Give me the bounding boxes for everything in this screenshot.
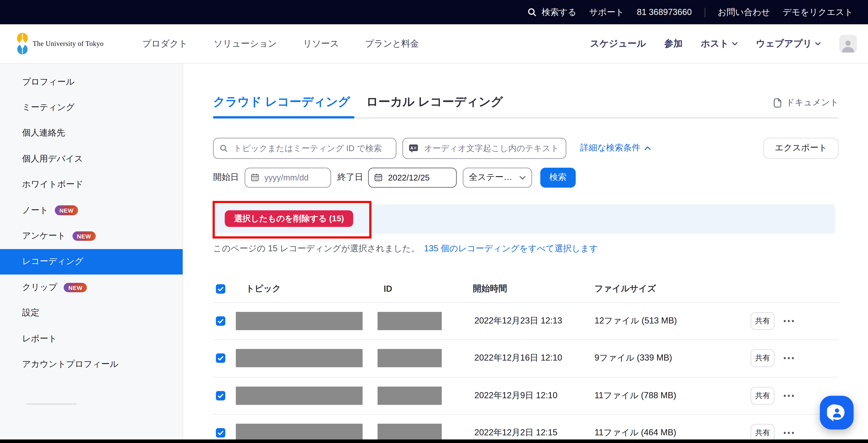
export-button[interactable]: エクスポート [764,137,839,159]
row-checkbox[interactable] [216,353,225,363]
topic-search-input[interactable] [232,143,391,153]
filter-toolbar: 開始日 終了日 [213,167,839,187]
select-all-link[interactable]: 135 個のレコーディングをすべて選択します [424,243,598,254]
sidebar-item-contacts[interactable]: 個人連絡先 [0,121,183,146]
main-navbar: The University of Tokyo プロダクト ソリューション リソ… [0,24,868,64]
share-button[interactable]: 共有 [751,349,774,367]
search-label: 検索する [542,6,577,18]
search-icon [527,7,537,17]
support-link[interactable]: サポート [589,6,624,18]
sidebar-divider [27,404,76,405]
contact-link[interactable]: お問い合わせ [718,6,770,18]
topic-search-field[interactable] [213,137,396,159]
sidebar-item-reports[interactable]: レポート [0,326,183,352]
sidebar-item-meetings[interactable]: ミーティング [0,95,183,121]
start-date-input[interactable] [263,172,324,183]
header-file-size: ファイルサイズ [595,283,656,294]
advanced-search-link[interactable]: 詳細な検索条件 [580,142,651,154]
calendar-icon [251,173,259,182]
header-start-time: 開始時間 [473,283,507,294]
profile-avatar[interactable] [839,35,857,53]
file-size: 11ファイル (464 MB) [595,427,676,439]
audio-transcript-icon [408,144,418,153]
select-all-checkbox[interactable] [216,284,225,293]
sidebar-item-account-profile[interactable]: アカウントプロフィール [0,352,183,377]
start-date-field[interactable] [244,167,331,187]
calendar-icon [374,173,382,182]
nav-resources[interactable]: リソース [303,38,339,50]
table-row: 2022年12月9日 12:10 11ファイル (788 MB) 共有 ⋯ [213,377,839,414]
end-date-field[interactable] [368,167,457,187]
delete-selected-button[interactable]: 選択したものを削除する (15) [225,210,353,227]
table-row: 2022年12月16日 12:10 9ファイル (339 MB) 共有 ⋯ [213,340,839,377]
nav-plans[interactable]: プランと料金 [365,38,419,50]
nav-solutions[interactable]: ソリューション [214,38,277,50]
redacted-topic [236,386,363,405]
table-row: 2022年12月2日 12:15 11ファイル (464 MB) 共有 ⋯ [213,415,839,443]
global-search[interactable]: 検索する [527,6,577,18]
nav-schedule[interactable]: スケジュール [590,38,646,50]
share-button[interactable]: 共有 [751,312,774,330]
selection-text: このページの 15 レコーディングが選択されました。 [213,243,420,254]
nav-host[interactable]: ホスト [701,38,738,50]
table-row: 2022年12月23日 12:13 12ファイル (513 MB) 共有 ⋯ [213,303,839,340]
chevron-down-icon [815,41,821,46]
row-checkbox[interactable] [216,316,225,326]
status-dropdown[interactable]: 全ステータス [463,167,532,187]
more-options-icon[interactable]: ⋯ [783,393,795,399]
tab-cloud-recordings[interactable]: クラウド レコーディング [213,94,350,117]
documentation-link[interactable]: ドキュメント [773,97,839,117]
sidebar-item-clips[interactable]: クリップ NEW [0,275,183,300]
sidebar: プロフィール ミーティング 個人連絡先 個人用デバイス ホワイトボード ノート … [0,64,183,443]
file-size: 11ファイル (788 MB) [595,390,676,401]
nav-host-label: ホスト [701,38,729,50]
recordings-page: クラウド レコーディング ローカル レコーディング ドキュメント [183,64,868,443]
content-shell: プロフィール ミーティング 個人連絡先 個人用デバイス ホワイトボード ノート … [0,64,868,443]
more-options-icon[interactable]: ⋯ [783,318,795,324]
row-checkbox[interactable] [216,391,225,401]
sidebar-item-settings[interactable]: 設定 [0,300,183,326]
logo-text: The University of Tokyo [33,40,104,48]
nav-webapp[interactable]: ウェブアプリ [756,38,821,50]
table-header-row: トピック ID 開始時間 ファイルサイズ [213,275,839,303]
support-chat-button[interactable] [820,395,854,430]
nav-join[interactable]: 参加 [664,38,683,50]
sidebar-item-profile[interactable]: プロフィール [0,69,183,95]
chevron-down-icon [519,175,526,180]
utokyo-ginkgo-icon [17,32,28,56]
transcript-search-input[interactable] [423,143,560,153]
file-size: 12ファイル (513 MB) [595,315,677,327]
start-time: 2022年12月16日 12:10 [474,352,562,364]
share-button[interactable]: 共有 [751,387,774,405]
more-options-icon[interactable]: ⋯ [783,355,795,361]
redacted-id [378,386,442,405]
nav-products[interactable]: プロダクト [143,38,188,50]
search-submit-button[interactable]: 検索 [540,167,576,187]
share-button[interactable]: 共有 [751,424,774,442]
more-options-icon[interactable]: ⋯ [783,430,795,436]
start-time: 2022年12月23日 12:13 [474,315,562,327]
start-time: 2022年12月2日 12:15 [474,427,557,439]
tab-local-recordings[interactable]: ローカル レコーディング [366,94,503,117]
selection-summary: このページの 15 レコーディングが選択されました。 135 個のレコーディング… [213,243,839,254]
sidebar-item-devices[interactable]: 個人用デバイス [0,146,183,172]
nav-primary: プロダクト ソリューション リソース プランと料金 [143,38,419,50]
row-checkbox[interactable] [216,428,225,438]
sidebar-item-surveys[interactable]: アンケート NEW [0,223,183,249]
file-size: 9ファイル (339 MB) [595,352,672,364]
request-demo-link[interactable]: デモをリクエスト [783,6,853,18]
university-of-tokyo-logo[interactable]: The University of Tokyo [17,32,103,56]
nav-secondary: スケジュール 参加 ホスト ウェブアプリ [590,35,857,53]
search-toolbar: 詳細な検索条件 エクスポート [213,137,839,159]
zoom-web-portal: 検索する サポート 81 368973660 お問い合わせ デモをリクエスト T… [0,0,868,443]
end-date-label: 終了日 [337,171,363,183]
top-utility-bar: 検索する サポート 81 368973660 お問い合わせ デモをリクエスト [0,0,868,24]
chevron-down-icon [732,41,738,46]
start-date-label: 開始日 [213,171,239,183]
sidebar-item-recordings[interactable]: レコーディング [0,249,183,275]
sidebar-item-notes[interactable]: ノート NEW [0,198,183,223]
topbar-divider [705,7,705,17]
sidebar-item-whiteboard[interactable]: ホワイトボード [0,172,183,197]
transcript-search-field[interactable] [402,137,566,159]
end-date-input[interactable] [387,172,451,183]
